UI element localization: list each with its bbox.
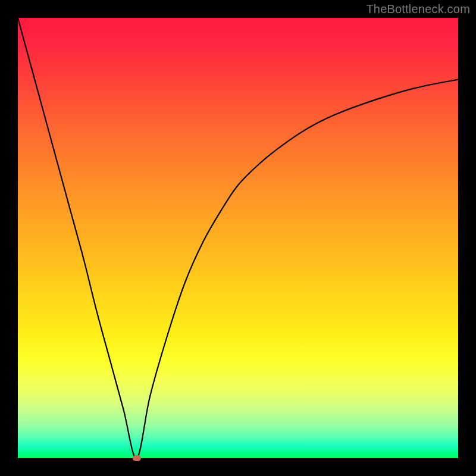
- bottleneck-curve: [18, 18, 458, 458]
- watermark-text: TheBottleneck.com: [366, 2, 470, 16]
- curve-layer: [18, 18, 458, 458]
- minimum-marker: [133, 455, 141, 461]
- chart-frame: TheBottleneck.com: [0, 0, 476, 476]
